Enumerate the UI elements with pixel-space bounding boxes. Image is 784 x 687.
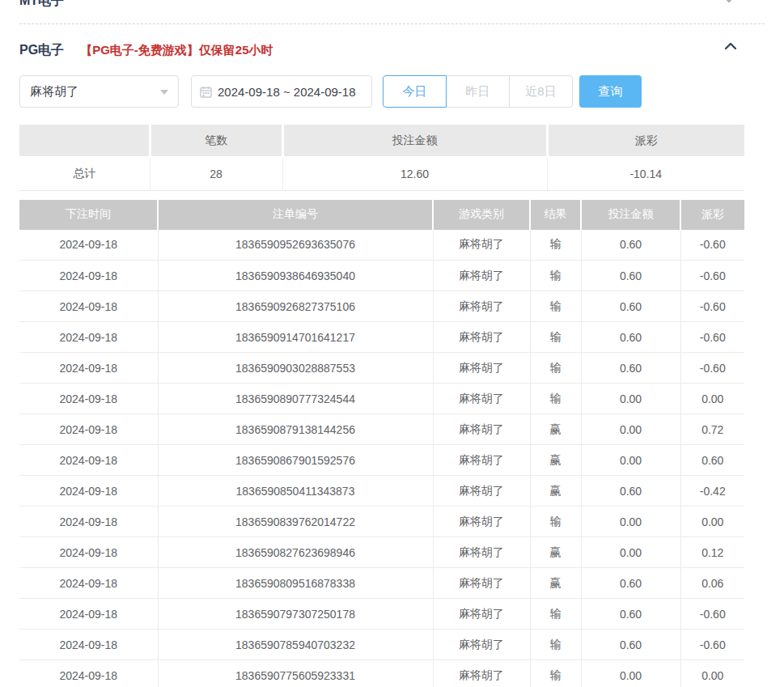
table-row: 2024-09-181836590850411343873麻将胡了赢0.60-0… <box>19 476 744 507</box>
summary-total-bet-amount: 12.60 <box>282 157 547 190</box>
bet-table-header-row: 下注时间 注单编号 游戏类别 结果 投注金额 派彩 <box>19 200 744 230</box>
query-button[interactable]: 查询 <box>579 75 642 108</box>
bet-time-cell: 2024-09-18 <box>19 568 158 599</box>
section-divider <box>19 23 765 24</box>
result-cell: 赢 <box>530 537 581 568</box>
game-type-cell: 麻将胡了 <box>433 445 530 476</box>
result-cell: 赢 <box>530 568 581 599</box>
order-id-cell: 1836590839762014722 <box>158 507 433 537</box>
game-type-cell: 麻将胡了 <box>433 230 530 261</box>
bet-amount-cell: 0.00 <box>581 537 680 568</box>
result-cell: 输 <box>530 291 581 322</box>
order-id-cell: 1836590797307250178 <box>158 599 433 630</box>
quick-range-button-group: 今日 昨日 近8日 <box>383 75 573 108</box>
order-id-cell: 1836590850411343873 <box>158 476 433 507</box>
game-type-cell: 麻将胡了 <box>433 291 530 322</box>
table-row: 2024-09-181836590785940703232麻将胡了输0.60-0… <box>19 630 744 660</box>
order-id-cell: 1836590952693635076 <box>158 230 433 261</box>
table-row: 2024-09-181836590809516878338麻将胡了赢0.600.… <box>19 568 744 599</box>
bet-time-cell: 2024-09-18 <box>19 660 158 687</box>
bet-amount-cell: 0.60 <box>581 230 680 261</box>
payout-cell: -0.60 <box>680 630 744 660</box>
calendar-icon <box>200 86 212 98</box>
result-cell: 输 <box>530 660 581 687</box>
game-type-cell: 麻将胡了 <box>433 261 530 291</box>
bet-time-cell: 2024-09-18 <box>19 507 158 537</box>
date-range-value: 2024-09-18 ~ 2024-09-18 <box>218 85 356 99</box>
game-type-cell: 麻将胡了 <box>433 384 530 414</box>
order-id-cell: 1836590775605923331 <box>158 660 433 687</box>
previous-section-title: MT电子 <box>19 0 765 10</box>
bet-amount-cell: 0.60 <box>581 261 680 291</box>
summary-table: 笔数 投注金额 派彩 总计 28 12.60 -10.14 <box>19 125 744 191</box>
table-row: 2024-09-181836590903028887553麻将胡了输0.60-0… <box>19 353 744 384</box>
bet-table-body: 2024-09-181836590952693635076麻将胡了输0.60-0… <box>19 230 744 687</box>
game-type-cell: 麻将胡了 <box>433 322 530 353</box>
bet-time-cell: 2024-09-18 <box>19 353 158 384</box>
result-cell: 赢 <box>530 414 581 445</box>
bet-amount-cell: 0.60 <box>581 291 680 322</box>
order-id-cell: 1836590903028887553 <box>158 353 433 384</box>
page: MT电子 PG电子 【PG电子-免费游戏】仅保留25小时 麻将胡了 <box>0 0 784 687</box>
result-cell: 输 <box>530 507 581 537</box>
bet-table: 下注时间 注单编号 游戏类别 结果 投注金额 派彩 2024-09-181836… <box>19 200 744 687</box>
game-type-cell: 麻将胡了 <box>433 599 530 630</box>
table-row: 2024-09-181836590879138144256麻将胡了赢0.000.… <box>19 414 744 445</box>
payout-cell: -0.42 <box>680 476 744 507</box>
bet-amount-cell: 0.00 <box>581 660 680 687</box>
table-row: 2024-09-181836590775605923331麻将胡了输0.000.… <box>19 660 744 687</box>
summary-header-bet-amount: 投注金额 <box>282 125 547 157</box>
yesterday-button[interactable]: 昨日 <box>446 75 510 108</box>
result-cell: 输 <box>530 230 581 261</box>
header-order-id: 注单编号 <box>158 200 433 230</box>
header-bet-time: 下注时间 <box>19 200 158 230</box>
order-id-cell: 1836590879138144256 <box>158 414 433 445</box>
game-type-cell: 麻将胡了 <box>433 568 530 599</box>
payout-cell: 0.00 <box>680 507 744 537</box>
result-cell: 输 <box>530 599 581 630</box>
result-cell: 赢 <box>530 445 581 476</box>
table-row: 2024-09-181836590839762014722麻将胡了输0.000.… <box>19 507 744 537</box>
collapse-section-button[interactable] <box>723 40 738 54</box>
today-button[interactable]: 今日 <box>383 75 447 108</box>
bet-time-cell: 2024-09-18 <box>19 384 158 414</box>
game-select[interactable]: 麻将胡了 <box>19 75 179 108</box>
bet-time-cell: 2024-09-18 <box>19 291 158 322</box>
payout-cell: -0.60 <box>680 261 744 291</box>
date-range-input[interactable]: 2024-09-18 ~ 2024-09-18 <box>191 75 372 108</box>
bet-amount-cell: 0.00 <box>581 445 680 476</box>
game-type-cell: 麻将胡了 <box>433 414 530 445</box>
payout-cell: 0.00 <box>680 660 744 687</box>
summary-header-payout: 派彩 <box>547 125 744 157</box>
game-type-cell: 麻将胡了 <box>433 630 530 660</box>
order-id-cell: 1836590890777324544 <box>158 384 433 414</box>
order-id-cell: 1836590914701641217 <box>158 322 433 353</box>
bet-time-cell: 2024-09-18 <box>19 414 158 445</box>
order-id-cell: 1836590785940703232 <box>158 630 433 660</box>
summary-total-label: 总计 <box>19 157 150 190</box>
table-row: 2024-09-181836590867901592576麻将胡了赢0.000.… <box>19 445 744 476</box>
payout-cell: -0.60 <box>680 353 744 384</box>
section-title: PG电子 <box>19 42 64 59</box>
table-row: 2024-09-181836590890777324544麻将胡了输0.000.… <box>19 384 744 414</box>
chevron-down-icon[interactable] <box>723 0 735 9</box>
order-id-cell: 1836590938646935040 <box>158 261 433 291</box>
bet-time-cell: 2024-09-18 <box>19 599 158 630</box>
payout-cell: -0.60 <box>680 291 744 322</box>
bet-time-cell: 2024-09-18 <box>19 322 158 353</box>
game-type-cell: 麻将胡了 <box>433 537 530 568</box>
payout-cell: 0.00 <box>680 384 744 414</box>
payout-cell: -0.60 <box>680 322 744 353</box>
previous-section-row: MT电子 <box>19 0 765 10</box>
header-game-type: 游戏类别 <box>433 200 530 230</box>
summary-header-row: 笔数 投注金额 派彩 <box>19 125 744 157</box>
header-bet-amount: 投注金额 <box>581 200 680 230</box>
result-cell: 输 <box>530 353 581 384</box>
chevron-up-icon <box>723 42 738 54</box>
bet-time-cell: 2024-09-18 <box>19 537 158 568</box>
bet-time-cell: 2024-09-18 <box>19 476 158 507</box>
summary-total-row: 总计 28 12.60 -10.14 <box>19 157 744 190</box>
bet-amount-cell: 0.00 <box>581 384 680 414</box>
section-header: PG电子 【PG电子-免费游戏】仅保留25小时 <box>19 42 744 59</box>
last-8-days-button[interactable]: 近8日 <box>509 75 573 108</box>
